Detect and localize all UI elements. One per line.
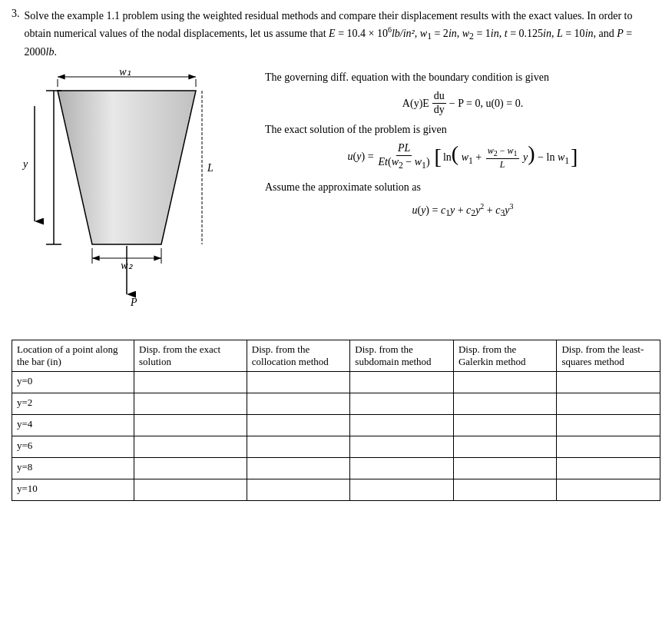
row-y8-exact [134,457,247,479]
row-y4-exact [134,414,247,436]
row-y4-sub [350,414,454,436]
row-y10-sub [350,479,454,500]
row-y2-ls [557,393,660,414]
table-row: y=0 [12,371,660,393]
approx-intro: Assume the approximate solution as [265,177,660,197]
L-label: L [207,162,214,174]
main-content: w₁ y L w₂ P [12,68,660,332]
row-y4-ls [557,414,660,436]
row-y8-col [247,457,350,479]
row-y0-ls [557,371,660,393]
row-y0-col [247,371,350,393]
exact-intro: The exact solution of the problem is giv… [265,120,660,139]
row-y8-gal [453,457,557,479]
row-y4-col [247,414,350,436]
row-y2-location: y=2 [12,393,134,414]
row-y6-ls [557,436,660,457]
row-y4-gal [453,414,557,436]
exact-equation: u(y) = PL Et(w2 − w1) [ ln( w1 + w2 − w1… [265,142,660,171]
row-y10-exact [134,479,247,500]
row-y6-exact [134,436,247,457]
row-y8-sub [350,457,454,479]
table-header-row: Location of a point along the bar (in) D… [12,340,660,371]
equations-area: The governing diff. equation with the bo… [265,68,660,332]
row-y0-location: y=0 [12,371,134,393]
row-y2-exact [134,393,247,414]
row-y4-location: y=4 [12,414,134,436]
P-label: P [130,297,137,308]
row-y0-exact [134,371,247,393]
row-y10-ls [557,479,660,500]
row-y10-gal [453,479,557,500]
table-row: y=6 [12,436,660,457]
row-y0-gal [453,371,557,393]
row-y6-location: y=6 [12,436,134,457]
table-row: y=8 [12,457,660,479]
row-y8-ls [557,457,660,479]
row-y2-sub [350,393,454,414]
row-y2-col [247,393,350,414]
header-exact: Disp. from the exact solution [134,340,247,371]
table-row: y=10 [12,479,660,500]
results-table: Location of a point along the bar (in) D… [12,340,660,501]
governing-intro: The governing diff. equation with the bo… [265,68,660,87]
table-row: y=2 [12,393,660,414]
header-subdomain: Disp. from the subdomain method [350,340,454,371]
row-y10-location: y=10 [12,479,134,500]
row-y8-location: y=8 [12,457,134,479]
row-y6-gal [453,436,557,457]
header-galerkin: Disp. from the Galerkin method [453,340,557,371]
row-y6-sub [350,436,454,457]
row-y2-gal [453,393,557,414]
problem-header: 3. Solve the example 1.1 problem using t… [12,8,660,60]
row-y10-col [247,479,350,500]
diagram-svg: w₁ y L w₂ P [12,68,242,329]
svg-marker-3 [58,91,196,244]
problem-text: Solve the example 1.1 problem using the … [25,8,661,60]
header-least-squares: Disp. from the least-squares method [557,340,660,371]
row-y6-col [247,436,350,457]
row-y0-sub [350,371,454,393]
header-collocation: Disp. from the collocation method [247,340,350,371]
w1-label: w₁ [119,68,131,78]
y-label: y [22,158,28,170]
table-row: y=4 [12,414,660,436]
header-location: Location of a point along the bar (in) [12,340,134,371]
approx-equation: u(y) = c1y + c2y2 + c3y3 [265,200,660,221]
problem-number: 3. [12,8,20,20]
governing-equation: A(y)E du dy − P = 0, u(0) = 0. [265,90,660,117]
diagram-area: w₁ y L w₂ P [12,68,257,332]
